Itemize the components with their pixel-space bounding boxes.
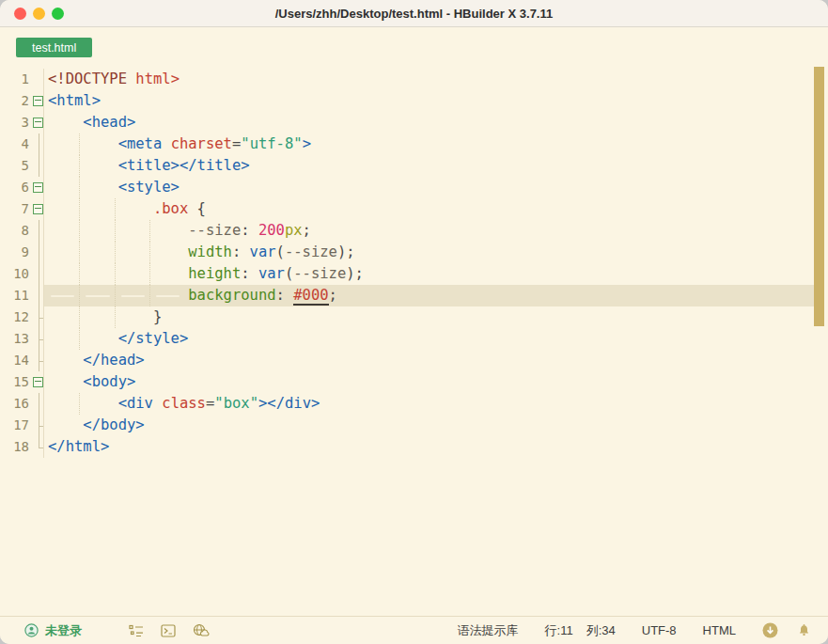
code-token: ; (329, 287, 337, 304)
line-number: 10 (0, 263, 29, 285)
code-content[interactable]: <head> (44, 112, 814, 134)
cursor-column-label: 列:34 (586, 622, 616, 639)
code-token: charset (171, 135, 232, 152)
fold-end-mark (39, 339, 43, 340)
code-token: "box" (214, 395, 258, 412)
code-line[interactable]: 5<title></title> (0, 155, 814, 177)
web-service-icon[interactable] (193, 623, 210, 637)
code-content[interactable]: </body> (44, 415, 814, 436)
code-line[interactable]: 1<!DOCTYPE html> (0, 69, 814, 90)
vertical-scrollbar-thumb[interactable] (814, 67, 824, 326)
code-token: "utf-8" (241, 135, 302, 152)
code-token: : (241, 265, 258, 282)
close-button[interactable] (14, 8, 26, 20)
fold-guide-line (39, 220, 39, 242)
code-line[interactable]: 9width: var(--size); (0, 242, 814, 263)
code-content[interactable]: </html> (44, 436, 814, 458)
code-line[interactable]: 8--size: 200px; (0, 220, 814, 242)
code-line[interactable]: 11background: #000; (0, 285, 814, 306)
code-content[interactable]: <!DOCTYPE html> (44, 69, 814, 90)
code-content[interactable]: <meta charset="utf-8"> (44, 134, 814, 155)
login-status[interactable]: 未登录 (24, 622, 82, 639)
indent-guide (149, 242, 150, 263)
code-editor[interactable]: 1<!DOCTYPE html>2<html>3<head>4<meta cha… (0, 57, 828, 617)
cursor-position[interactable]: 行:11 列:34 (545, 622, 616, 639)
code-content[interactable]: background: #000; (44, 285, 814, 306)
line-number: 16 (0, 393, 29, 415)
status-bar-right: 语法提示库 行:11 列:34 UTF-8 HTML (458, 622, 828, 639)
code-line[interactable]: 12} (0, 306, 814, 328)
line-number: 3 (0, 112, 29, 134)
code-content[interactable]: <div class="box"></div> (44, 393, 814, 415)
gutter-fold-column (29, 350, 44, 371)
code-content[interactable]: --size: 200px; (44, 220, 814, 242)
code-content[interactable]: <html> (44, 90, 814, 112)
code-content[interactable]: height: var(--size); (44, 263, 814, 285)
code-line[interactable]: 18</html> (0, 436, 814, 458)
gutter-fold-column (29, 155, 44, 177)
fold-end-mark (39, 318, 43, 319)
indent-guide (149, 220, 150, 242)
syntax-library-label[interactable]: 语法提示库 (458, 622, 519, 639)
gutter-fold-column (29, 263, 44, 285)
notification-bell-icon[interactable] (797, 623, 811, 638)
tab-whitespace-mark (51, 295, 74, 297)
indent-guide (149, 263, 150, 285)
code-content[interactable]: </head> (44, 350, 814, 371)
fold-collapse-icon[interactable] (33, 96, 43, 106)
code-token: </html> (48, 438, 109, 455)
update-download-icon[interactable] (762, 622, 778, 638)
code-line[interactable]: 13</style> (0, 328, 814, 350)
gutter-fold-column (29, 134, 44, 155)
code-token: 200 (258, 222, 285, 239)
code-line[interactable]: 3<head> (0, 112, 814, 134)
fold-collapse-icon[interactable] (33, 377, 43, 387)
code-content[interactable]: <body> (44, 371, 814, 393)
tab-label: test.html (32, 41, 76, 55)
tab-test-html[interactable]: test.html (16, 38, 92, 57)
code-token: var (250, 243, 276, 260)
code-line[interactable]: 6<style> (0, 177, 814, 198)
code-line[interactable]: 15<body> (0, 371, 814, 393)
code-token: height (188, 265, 241, 282)
zoom-button[interactable] (52, 8, 64, 20)
code-content[interactable]: </style> (44, 328, 814, 350)
code-line[interactable]: 14</head> (0, 350, 814, 371)
code-content[interactable]: width: var(--size); (44, 242, 814, 263)
code-line[interactable]: 2<html> (0, 90, 814, 112)
indent-guide (79, 177, 80, 198)
terminal-icon[interactable] (161, 624, 176, 637)
line-number: 12 (0, 306, 29, 328)
code-line[interactable]: 4<meta charset="utf-8"> (0, 134, 814, 155)
line-number: 11 (0, 285, 29, 306)
gutter-fold-column (29, 69, 44, 90)
status-bar: 未登录 (0, 616, 828, 644)
code-content[interactable]: <style> (44, 177, 814, 198)
code-line[interactable]: 17</body> (0, 415, 814, 436)
line-number: 17 (0, 415, 29, 436)
fold-collapse-icon[interactable] (33, 118, 43, 128)
code-token: <html> (48, 92, 101, 109)
file-type-label[interactable]: HTML (703, 623, 736, 637)
code-content[interactable]: <title></title> (44, 155, 814, 177)
fold-collapse-icon[interactable] (33, 204, 43, 214)
fold-collapse-icon[interactable] (33, 182, 43, 193)
code-token: <title></title> (118, 157, 250, 174)
code-token: --size (293, 265, 346, 282)
gutter-fold-column (29, 285, 44, 306)
minimize-button[interactable] (33, 8, 45, 20)
status-bar-tools (129, 623, 210, 637)
code-line[interactable]: 16<div class="box"></div> (0, 393, 814, 415)
fold-end-mark (39, 361, 43, 362)
code-token: : (232, 243, 250, 260)
code-line[interactable]: 10height: var(--size); (0, 263, 814, 285)
line-number: 13 (0, 328, 29, 350)
code-content[interactable]: .box { (44, 198, 814, 220)
outline-panel-icon[interactable] (129, 624, 144, 637)
encoding-label[interactable]: UTF-8 (642, 623, 677, 637)
code-token: </body> (83, 416, 144, 433)
code-content[interactable]: } (44, 306, 814, 328)
code-token: .box (153, 200, 188, 217)
code-line[interactable]: 7.box { (0, 198, 814, 220)
gutter-fold-column (29, 177, 44, 198)
